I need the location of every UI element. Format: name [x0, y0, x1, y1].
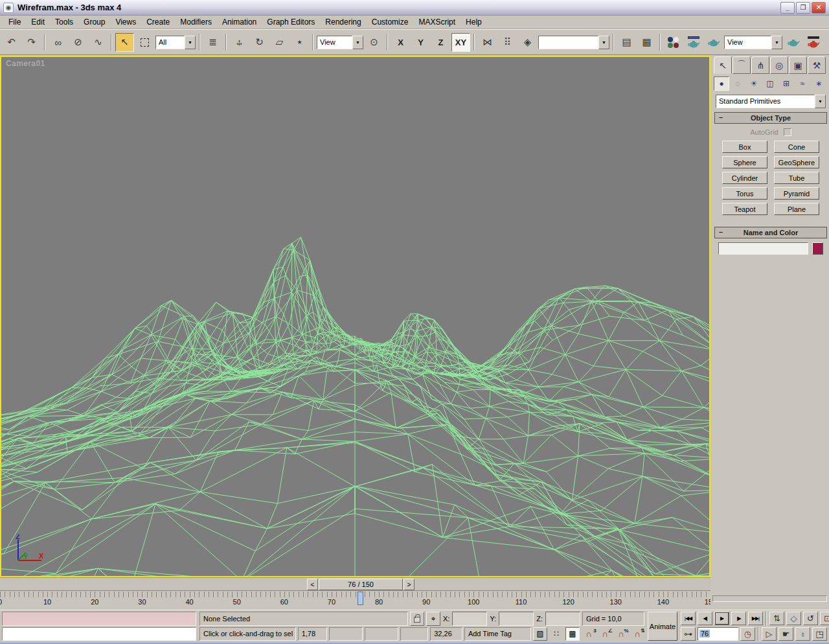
menu-modifiers[interactable]: Modifiers	[175, 16, 217, 29]
primitive-pyramid-button[interactable]: Pyramid	[774, 187, 819, 200]
roll-camera-button[interactable]: ↺	[803, 612, 818, 625]
primitive-cylinder-button[interactable]: Cylinder	[722, 172, 767, 184]
adaptive-degradation-button[interactable]: ▩	[565, 627, 580, 641]
dolly-camera-button[interactable]: ⇅	[769, 612, 784, 625]
percent-snap-button[interactable]: ∩%	[614, 627, 628, 641]
chevron-down-icon[interactable]: ▼	[352, 36, 363, 49]
restore-button[interactable]: ❐	[796, 2, 810, 14]
fov-cone-button[interactable]: ▷	[762, 627, 777, 641]
mirror-button[interactable]: ⋈	[478, 33, 497, 52]
primitive-sphere-button[interactable]: Sphere	[722, 156, 767, 168]
reference-coordinate-dropdown[interactable]: View▼	[317, 36, 363, 49]
y-coord-field[interactable]	[499, 612, 534, 626]
undo-button[interactable]: ↶	[2, 33, 21, 52]
restrict-x-button[interactable]: X	[391, 33, 410, 52]
menu-edit[interactable]: Edit	[26, 16, 50, 29]
material-editor-button[interactable]	[664, 33, 683, 52]
render-type-button[interactable]	[704, 33, 723, 52]
degradation-override-button[interactable]: ▧	[533, 627, 547, 641]
selection-lock-button[interactable]	[410, 612, 424, 626]
angle-snap-button[interactable]: ∩∠	[598, 627, 612, 641]
menu-views[interactable]: Views	[110, 16, 141, 29]
viewport-camera01[interactable]: Camera01 Z X Y	[0, 56, 710, 577]
primitive-torus-button[interactable]: Torus	[722, 187, 767, 200]
select-and-scale-button[interactable]: ▱	[270, 33, 289, 52]
spinner-snap-button[interactable]: ∩⇅	[630, 627, 644, 641]
tab-motion[interactable]: ◎	[770, 56, 788, 74]
bind-to-space-warp-button[interactable]: ∿	[89, 33, 108, 52]
time-slider-track[interactable]: < 76 / 150 >	[0, 577, 710, 591]
time-configuration-button[interactable]: ◷	[740, 627, 755, 641]
chevron-down-icon[interactable]: ▼	[771, 36, 782, 49]
chevron-down-icon[interactable]: ▼	[598, 36, 609, 49]
x-coord-field[interactable]	[452, 612, 487, 626]
align-button[interactable]: ◈	[518, 33, 537, 52]
object-type-rollout-header[interactable]: –Object Type	[714, 112, 827, 124]
select-and-manipulate-button[interactable]: ٭	[290, 33, 309, 52]
object-name-field[interactable]	[718, 242, 808, 255]
menu-tools[interactable]: Tools	[50, 16, 78, 29]
play-button[interactable]: ▶	[714, 612, 729, 625]
primitive-box-button[interactable]: Box	[722, 141, 767, 153]
quick-render-button[interactable]	[804, 33, 823, 52]
name-and-color-rollout-header[interactable]: –Name and Color	[714, 227, 827, 238]
restrict-y-button[interactable]: Y	[411, 33, 430, 52]
menu-help[interactable]: Help	[460, 16, 487, 29]
primitive-tube-button[interactable]: Tube	[774, 172, 819, 184]
previous-frame-button[interactable]: ◀|	[698, 612, 712, 625]
object-color-swatch[interactable]	[812, 242, 823, 255]
restrict-xy-plane-button[interactable]: XY	[451, 33, 470, 52]
viewport-label[interactable]: Camera01	[6, 59, 45, 68]
render-type-dropdown[interactable]: View▼	[724, 36, 782, 49]
tab-hierarchy[interactable]: ⋔	[751, 56, 769, 74]
track-bar[interactable]: 0102030405060708090100110120130140150	[0, 592, 710, 610]
menu-file[interactable]: File	[3, 16, 26, 29]
category-shapes[interactable]: ◌	[730, 76, 745, 91]
open-track-view-button[interactable]: ▤	[617, 33, 636, 52]
truck-camera-button[interactable]: ☛	[778, 627, 793, 641]
min-max-toggle-button[interactable]: ◳	[812, 627, 827, 641]
named-selection-sets-dropdown[interactable]: ▼	[538, 36, 609, 49]
select-and-move-button[interactable]: ↔↕	[230, 33, 249, 52]
select-and-link-button[interactable]: ∞	[49, 33, 67, 52]
go-to-end-button[interactable]: ▶▶|	[748, 612, 763, 625]
menu-create[interactable]: Create	[141, 16, 175, 29]
select-and-rotate-button[interactable]: ↻	[250, 33, 269, 52]
array-button[interactable]: ⠿	[498, 33, 517, 52]
primitive-teapot-button[interactable]: Teapot	[722, 203, 767, 215]
chevron-down-icon[interactable]: ▼	[815, 95, 826, 108]
menu-graph-editors[interactable]: Graph Editors	[262, 16, 320, 29]
menu-animation[interactable]: Animation	[217, 16, 262, 29]
primitive-type-dropdown[interactable]: Standard Primitives ▼	[716, 95, 826, 108]
snap-toggle-3d-button[interactable]: ∩3	[582, 627, 596, 641]
go-to-start-button[interactable]: |◀◀	[681, 612, 696, 625]
close-button[interactable]: ✕	[812, 2, 826, 14]
next-frame-button[interactable]: |▶	[731, 612, 746, 625]
category-space-warps[interactable]: ≈	[795, 76, 810, 91]
absolute-offset-toggle[interactable]: ⌖	[426, 612, 440, 626]
current-frame-field[interactable]: 76	[698, 627, 738, 641]
menu-customize[interactable]: Customize	[367, 16, 414, 29]
tab-display[interactable]: ▣	[789, 56, 807, 74]
tab-create[interactable]: ↖	[714, 56, 732, 74]
autogrid-checkbox[interactable]	[784, 128, 791, 136]
select-object-button[interactable]: ↖	[115, 33, 134, 52]
chevron-down-icon[interactable]: ▼	[185, 36, 196, 49]
key-mode-toggle-button[interactable]: ⊶	[681, 627, 696, 641]
restrict-z-button[interactable]: Z	[431, 33, 450, 52]
select-by-name-button[interactable]: ≣	[203, 33, 222, 52]
next-frame-slider-button[interactable]: >	[403, 579, 414, 590]
category-systems[interactable]: ∗	[811, 76, 826, 91]
maxscript-listener-pink[interactable]	[2, 612, 196, 626]
dotted-cube-button[interactable]: ∷	[549, 627, 563, 641]
category-helpers[interactable]: ⊞	[778, 76, 794, 91]
menu-group[interactable]: Group	[78, 16, 110, 29]
unlink-selection-button[interactable]: ⊘	[69, 33, 87, 52]
current-frame-marker[interactable]	[358, 592, 363, 605]
menu-maxscript[interactable]: MAXScript	[413, 16, 460, 29]
tab-utilities[interactable]: ⚒	[808, 56, 826, 74]
selection-region-button[interactable]	[135, 33, 154, 52]
category-lights[interactable]: ☀	[746, 76, 762, 91]
z-coord-field[interactable]	[545, 612, 580, 626]
animate-button[interactable]: Animate	[648, 612, 677, 641]
